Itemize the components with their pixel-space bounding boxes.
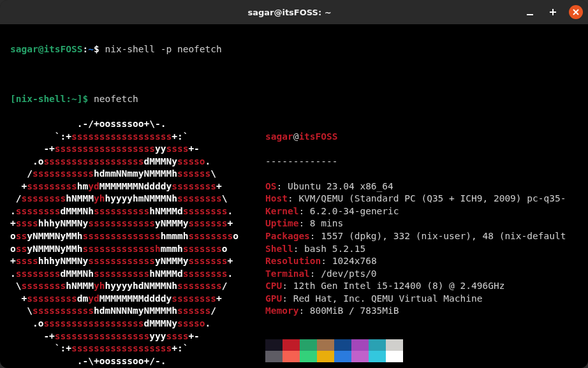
info-row: Shell: bash 5.2.15 — [265, 243, 578, 256]
info-row: Memory: 800MiB / 7835MiB — [265, 305, 578, 318]
prompt-userhost: sagar@itsFOSS — [10, 44, 83, 54]
info-value: : KVM/QEMU (Standard PC (Q35 + ICH9, 200… — [288, 193, 566, 203]
info-host: itsFOSS — [298, 131, 337, 142]
info-row: Host: KVM/QEMU (Standard PC (Q35 + ICH9,… — [265, 193, 578, 205]
window-title: sagar@itsFOSS: ~ — [56, 8, 523, 17]
logo-line: +sssshhhyNMMNyssssssssssssyNMMMysssssss+ — [10, 217, 246, 230]
info-key: Resolution — [265, 256, 321, 266]
info-key: Uptime — [265, 218, 298, 228]
prompt-path: ~ — [88, 44, 94, 54]
info-key: Host — [265, 193, 288, 203]
prompt-line-1: sagar@itsFOSS:~$ nix-shell -p neofetch — [10, 43, 578, 56]
terminal-body[interactable]: sagar@itsFOSS:~$ nix-shell -p neofetch [… — [0, 24, 588, 368]
color-swatch — [369, 351, 386, 362]
info-value: : 8 mins — [298, 218, 343, 228]
info-value: : Red Hat, Inc. QEMU Virtual Machine — [282, 293, 482, 304]
titlebar: sagar@itsFOSS: ~ — [0, 0, 588, 24]
logo-line: +ssssssssshmydMMMMMMMNddddyssssssss+ — [10, 180, 246, 193]
info-value: : /dev/pts/0 — [310, 269, 377, 279]
info-value: : 12th Gen Intel i5-12400 (8) @ 2.496GHz — [282, 281, 504, 291]
prompt-nixshell: [nix-shell:~]$ — [10, 94, 88, 104]
logo-line: /ssssssssssshdmmNNmmyNMMMMhssssss\ — [10, 168, 246, 180]
prompt-line-2: [nix-shell:~]$ neofetch — [10, 93, 578, 106]
info-value: : 800MiB / 7835MiB — [298, 305, 399, 316]
info-row: Kernel: 6.2.0-34-generic — [265, 205, 578, 218]
color-swatch — [351, 351, 369, 362]
info-key: OS — [265, 181, 276, 191]
logo-line: `:+ssssssssssssssssss+:` — [10, 131, 246, 144]
minimize-button[interactable] — [523, 5, 537, 19]
color-swatch — [334, 351, 351, 362]
color-swatch — [386, 351, 403, 362]
close-button[interactable] — [569, 5, 583, 19]
info-value: : Ubuntu 23.04 x86_64 — [276, 181, 393, 191]
ascii-logo: .-/+oossssoo+\-. `:+ssssssssssssssssss+:… — [10, 118, 246, 368]
logo-line: .-/+oossssoo+\-. — [10, 118, 246, 131]
info-row: Uptime: 8 mins — [265, 217, 578, 230]
logo-line: ossyNMMMNyMMhssssssssssssshmmmhssssssso — [10, 243, 246, 256]
logo-line: +sssssssssdmydMMMMMMMMddddyssssssss+ — [10, 293, 246, 305]
info-row: GPU: Red Hat, Inc. QEMU Virtual Machine — [265, 293, 578, 305]
system-info: sagar@itsFOSS ------------- OS: Ubuntu 2… — [265, 118, 578, 368]
color-swatch — [300, 351, 317, 362]
color-swatch — [369, 339, 386, 351]
color-palette — [265, 339, 578, 362]
svg-rect-0 — [527, 14, 533, 15]
color-swatch — [351, 339, 369, 351]
svg-rect-2 — [550, 11, 556, 13]
info-row: CPU: 12th Gen Intel i5-12400 (8) @ 2.496… — [265, 280, 578, 293]
info-row: Terminal: /dev/pts/0 — [265, 268, 578, 281]
logo-line: .ossssssssssssssssssdMMMNysssso. — [10, 156, 246, 168]
terminal-window: sagar@itsFOSS: ~ sagar@itsFOSS:~$ nix-sh… — [0, 0, 588, 368]
command-text: nix-shell -p neofetch — [105, 44, 221, 54]
window-controls — [523, 5, 583, 19]
info-key: Shell — [265, 244, 293, 254]
info-value: : bash 5.2.15 — [293, 244, 366, 254]
color-swatch — [283, 339, 300, 351]
logo-line: \sssssssshNMMMyhhyyyyhdNMMMNhssssssss/ — [10, 280, 246, 293]
color-swatch — [317, 339, 334, 351]
info-value: : 1024x768 — [321, 256, 376, 266]
logo-line: \ssssssssssshdmNNNNmyNMMMMhssssss/ — [10, 305, 246, 318]
info-row: OS: Ubuntu 23.04 x86_64 — [265, 180, 578, 193]
info-key: Terminal — [265, 269, 310, 279]
info-value: : 6.2.0-34-generic — [298, 206, 399, 216]
command-text: neofetch — [88, 94, 138, 104]
info-key: Packages — [265, 231, 310, 241]
info-key: CPU — [265, 281, 282, 291]
color-swatch — [317, 351, 334, 362]
logo-line: .ssssssssdMMMNhsssssssssshNMMMdssssssss. — [10, 268, 246, 281]
maximize-button[interactable] — [546, 5, 560, 19]
logo-line: /sssssssshNMMMyhhyyyyhmNMMMNhssssssss\ — [10, 193, 246, 205]
logo-line: `:+ssssssssssssssssss+:` — [10, 342, 246, 355]
logo-line: +sssshhhyNMMNyssssssssssssyNMMMysssssss+ — [10, 255, 246, 268]
info-value: : 1557 (dpkg), 332 (nix-user), 48 (nix-d… — [310, 231, 566, 241]
logo-line: -+ssssssssssssssssssyyssss+- — [10, 143, 246, 156]
info-key: Memory — [265, 305, 298, 316]
logo-line: .ssssssssdMMMNhsssssssssshNMMMdssssssss. — [10, 205, 246, 218]
info-row: Packages: 1557 (dpkg), 332 (nix-user), 4… — [265, 230, 578, 243]
info-user: sagar — [265, 131, 293, 142]
color-swatch — [334, 339, 351, 351]
color-swatch — [265, 339, 283, 351]
info-key: GPU — [265, 293, 282, 304]
logo-line: .ossssssssssssssssssdMMMNysssso. — [10, 318, 246, 330]
logo-line: .-\+oossssoo+/-. — [10, 355, 246, 368]
color-swatch — [300, 339, 317, 351]
info-separator: ------------- — [265, 156, 578, 168]
color-swatch — [265, 351, 283, 362]
color-swatch — [386, 339, 403, 351]
color-swatch — [283, 351, 300, 362]
info-key: Kernel — [265, 206, 298, 216]
logo-line: -+sssssssssssssssssyyyssss+- — [10, 330, 246, 343]
info-row: Resolution: 1024x768 — [265, 255, 578, 268]
logo-line: ossyNMMMNyMMhsssssssssssssshmmmhssssssss… — [10, 230, 246, 243]
